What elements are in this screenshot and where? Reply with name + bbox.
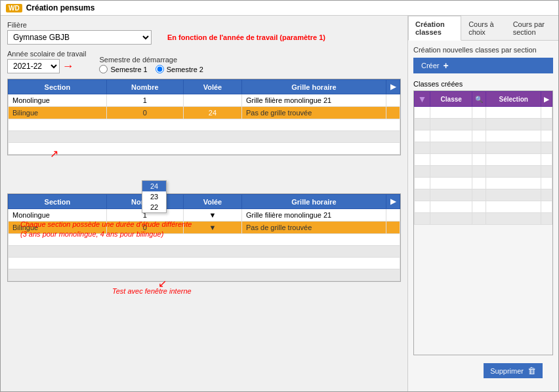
volee-dropdown: 24 23 22 [142, 180, 167, 213]
table-row [415, 130, 552, 142]
supprimer-button[interactable]: Supprimer 🗑 [484, 363, 543, 378]
col-section-header: Section [9, 80, 107, 94]
volee-cell[interactable]: ▼ [183, 209, 241, 222]
arrow-header[interactable]: ▶ [541, 92, 552, 107]
filiere-section: Filière Gymnase GBJB En fonction de l'an… [7, 21, 401, 45]
annee-select-row: 2021-22 ← [7, 59, 86, 73]
volee-option-24[interactable]: 24 [142, 181, 166, 191]
search-icon-header[interactable]: 🔍 [472, 92, 486, 107]
table1-container: Section Nombre Volée Grille horaire ▶ Mo… [7, 79, 401, 155]
left-panel: Filière Gymnase GBJB En fonction de l'an… [1, 16, 407, 391]
tab-content-creation: Création nouvelles classes par section C… [408, 41, 558, 391]
selection-header: Sélection [486, 92, 541, 107]
volee-option-22[interactable]: 22 [142, 202, 166, 212]
table-row [9, 131, 400, 143]
semestre-col: Semestre de démarrage Semestre 1 Semestr… [99, 56, 203, 73]
grille-cell: Pas de grille trouvée [242, 222, 386, 234]
semestre-label: Semestre de démarrage [99, 56, 203, 64]
classes-table-wrapper: ▼ Classe 🔍 Sélection ▶ [413, 90, 553, 355]
volee-cell[interactable]: 24 ▼ [183, 94, 241, 107]
col2-section-header: Section [9, 195, 107, 209]
classe-col-header: ▼ [415, 92, 430, 107]
table-row [9, 269, 400, 281]
window-title: Création pensums [26, 3, 95, 12]
classes-table: ▼ Classe 🔍 Sélection ▶ [414, 91, 552, 225]
creer-label: Créer [421, 62, 440, 69]
volee-option-23[interactable]: 23 [142, 191, 166, 202]
grille-cell: Grille filière monolingue 21 [242, 209, 386, 222]
tab-cours-choix[interactable]: Cours à choix [461, 16, 506, 40]
grille-cell: Pas de grille trouvée [242, 107, 386, 119]
table-row [9, 258, 400, 269]
nav-cell [386, 222, 400, 234]
table-row: Bilingue 0 24 Pas de grille trouvée [9, 107, 400, 119]
annee-select[interactable]: 2021-22 [7, 59, 60, 73]
semestre1-radio[interactable]: Semestre 1 [99, 65, 147, 73]
table-row [9, 246, 400, 258]
section-cell: Monolingue [9, 94, 107, 107]
semestre-radio-group: Semestre 1 Semestre 2 [99, 65, 203, 73]
right-panel: Création classes Cours à choix Cours par… [407, 16, 558, 391]
nav-cell [386, 209, 400, 222]
table2-annotations: Test avec fenêtre interne ↙ [7, 287, 401, 295]
annee-label: Année scolaire de travail [7, 50, 86, 58]
col-volee-header: Volée [183, 80, 241, 94]
test-annotation: Test avec fenêtre interne [112, 287, 401, 295]
col-grille-header: Grille horaire [242, 80, 386, 94]
filiere-select-row: Gymnase GBJB En fonction de l'année de t… [7, 30, 401, 45]
annee-semestre-row: Année scolaire de travail 2021-22 ← Seme… [7, 50, 401, 73]
plus-icon: + [444, 60, 449, 71]
grille-cell: Grille filière monolingue 21 [242, 94, 386, 107]
supprimer-label: Supprimer [490, 367, 524, 375]
col2-grille-header: Grille horaire [242, 195, 386, 209]
classe-header: Classe [430, 92, 472, 107]
right-panel-bottom: Supprimer 🗑 [413, 355, 553, 386]
table-row [415, 189, 552, 201]
nombre-cell: 0 [106, 107, 183, 119]
tab-creation-classes[interactable]: Création classes [408, 16, 461, 41]
main-window: WD Création pensums Filière Gymnase GBJB… [0, 0, 559, 392]
table-row: Monolingue 1 24 ▼ Grille filière monolin… [9, 94, 400, 107]
volee-cell[interactable]: 24 [183, 107, 241, 119]
col2-volee-header: Volée [183, 195, 241, 209]
filiere-select[interactable]: Gymnase GBJB [7, 30, 152, 45]
arrow-table2-icon: ↙ [158, 277, 167, 290]
creer-button[interactable]: Créer + [413, 58, 553, 73]
annotation-section-text: Chaque section possède une durée d'étude… [20, 220, 192, 240]
semestre1-label: Semestre 1 [110, 66, 147, 73]
table2-nav-icon[interactable]: ▶ [386, 195, 400, 209]
table-row [9, 143, 400, 155]
table-row [415, 166, 552, 178]
annotation-parametre: En fonction de l'année de travail (param… [167, 33, 325, 41]
table-row [415, 119, 552, 130]
table1: Section Nombre Volée Grille horaire ▶ Mo… [8, 79, 400, 155]
semestre2-label: Semestre 2 [167, 66, 203, 73]
title-bar: WD Création pensums [1, 1, 558, 16]
section-cell: Bilingue [9, 107, 107, 119]
table-row [415, 178, 552, 189]
table-row [415, 213, 552, 225]
nav-cell [386, 107, 400, 119]
semestre2-input[interactable] [155, 65, 164, 73]
table1-nav-icon[interactable]: ▶ [386, 80, 400, 94]
table-row [9, 119, 400, 131]
arrow-left-icon: ← [62, 60, 74, 73]
first-table-wrapper: Section Nombre Volée Grille horaire ▶ Mo… [7, 79, 401, 155]
col-nombre-header: Nombre [106, 80, 183, 94]
table-row [415, 142, 552, 154]
wd-badge: WD [6, 4, 22, 12]
table2-section: Section Nombre Volée Grille horaire ▶ Mo… [7, 193, 401, 295]
volee-cell[interactable]: ▼ [183, 222, 241, 234]
main-content: Filière Gymnase GBJB En fonction de l'an… [1, 16, 558, 391]
table-row [415, 107, 552, 119]
semestre2-radio[interactable]: Semestre 2 [155, 65, 203, 73]
tab-cours-section[interactable]: Cours par section [506, 16, 558, 40]
trash-icon: 🗑 [528, 366, 536, 376]
table-row [415, 201, 552, 213]
filiere-label: Filière [7, 21, 401, 29]
semestre1-input[interactable] [99, 65, 108, 73]
annee-col: Année scolaire de travail 2021-22 ← [7, 50, 86, 73]
tabs-header: Création classes Cours à choix Cours par… [408, 16, 558, 41]
nombre-cell: 1 [106, 94, 183, 107]
table-row [415, 154, 552, 166]
